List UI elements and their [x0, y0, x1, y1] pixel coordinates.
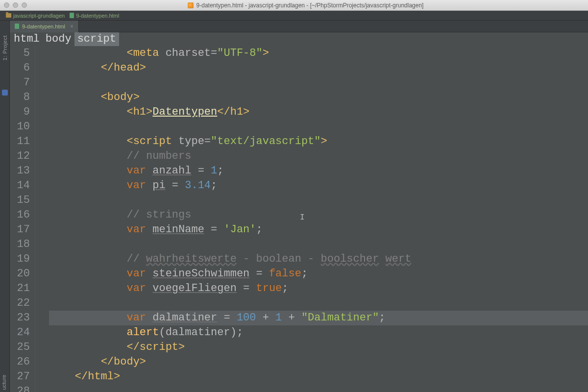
nav-project[interactable]: javascript-grundlagen	[6, 13, 65, 19]
nav-file[interactable]: 9-datentypen.html	[70, 13, 119, 19]
line-number: 20	[10, 267, 30, 281]
traffic-lights	[4, 2, 27, 8]
code-line[interactable]: <script type="text/javascript">	[49, 134, 588, 149]
line-number: 10	[10, 120, 30, 134]
code-content[interactable]: <meta charset="UTF-8"> </head> <body> <h…	[45, 46, 588, 392]
code-line[interactable]	[49, 193, 588, 208]
line-number: 6	[10, 61, 30, 75]
tool-project-label[interactable]: 1: Project	[2, 35, 8, 60]
folder-icon	[6, 13, 11, 18]
code-line[interactable]	[49, 120, 588, 134]
code-line[interactable]: <meta charset="UTF-8">	[49, 46, 588, 61]
nav-project-label: javascript-grundlagen	[13, 13, 65, 19]
line-number-gutter: 5678910111213141516171819202122232425262…	[10, 46, 35, 392]
tool-strip-left: 1: Project	[0, 21, 10, 392]
crumb-html[interactable]: html	[11, 32, 43, 47]
tab-close-icon[interactable]: ×	[70, 23, 74, 30]
code-line[interactable]: </script>	[49, 340, 588, 355]
code-line[interactable]: </head>	[49, 61, 588, 75]
line-number: 11	[10, 134, 30, 149]
line-number: 5	[10, 46, 30, 61]
close-window-icon[interactable]	[4, 2, 9, 8]
code-line[interactable]: // numbers	[49, 149, 588, 164]
line-number: 14	[10, 178, 30, 193]
code-editor[interactable]: 5678910111213141516171819202122232425262…	[10, 46, 588, 392]
line-number: 25	[10, 340, 30, 355]
zoom-window-icon[interactable]	[22, 2, 27, 8]
line-number: 27	[10, 369, 30, 384]
line-number: 7	[10, 75, 30, 90]
line-number: 19	[10, 252, 30, 267]
crumb-script[interactable]: script	[74, 32, 119, 47]
code-line[interactable]: var meinName = 'Jan';	[49, 222, 588, 237]
code-line[interactable]: <body>	[49, 90, 588, 105]
tool-square-icon[interactable]	[2, 90, 8, 96]
code-line[interactable]: // wahrheitswerte - boolean - boolscher …	[49, 252, 588, 267]
minimize-window-icon[interactable]	[13, 2, 18, 8]
tool-structure-label[interactable]: ucture	[0, 373, 10, 392]
code-line[interactable]	[49, 237, 588, 252]
fold-gutter	[35, 46, 45, 392]
code-line[interactable]: alert(dalmatiner);	[49, 325, 588, 340]
line-number: 18	[10, 237, 30, 252]
code-line[interactable]: </body>	[49, 355, 588, 369]
code-line[interactable]	[49, 75, 588, 90]
window-title-text: 9-datentypen.html - javascript-grundlage…	[196, 2, 424, 9]
code-line[interactable]: var anzahl = 1;	[49, 164, 588, 178]
navigation-bar: javascript-grundlagen 9-datentypen.html	[0, 11, 588, 21]
code-line[interactable]: </html>	[49, 369, 588, 384]
code-line[interactable]: <h1>Datentypen</h1>	[49, 105, 588, 120]
line-number: 26	[10, 355, 30, 369]
code-line[interactable]	[49, 296, 588, 311]
file-icon	[15, 24, 19, 29]
code-line[interactable]: var dalmatiner = 100 + 1 + "Dalmatiner";	[49, 311, 588, 325]
tab-file-label: 9-datentypen.html	[22, 24, 65, 29]
code-line[interactable]	[49, 384, 588, 392]
line-number: 16	[10, 208, 30, 222]
line-number: 15	[10, 193, 30, 208]
file-icon	[70, 13, 74, 18]
code-line[interactable]: // strings	[49, 208, 588, 222]
nav-file-label: 9-datentypen.html	[76, 13, 119, 19]
code-line[interactable]: var pi = 3.14;	[49, 178, 588, 193]
line-number: 23	[10, 311, 30, 325]
line-number: 28	[10, 384, 30, 392]
line-number: 8	[10, 90, 30, 105]
window-title: 9-datentypen.html - javascript-grundlage…	[27, 2, 584, 9]
crumb-body[interactable]: body	[43, 32, 74, 47]
line-number: 12	[10, 149, 30, 164]
tab-file[interactable]: 9-datentypen.html ×	[10, 21, 79, 32]
code-line[interactable]: var voegelFliegen = true;	[49, 281, 588, 296]
breadcrumb: html body script	[10, 32, 588, 46]
editor-tabs: 9-datentypen.html ×	[10, 21, 588, 32]
line-number: 21	[10, 281, 30, 296]
line-number: 22	[10, 296, 30, 311]
line-number: 13	[10, 164, 30, 178]
window-titlebar: 9-datentypen.html - javascript-grundlage…	[0, 0, 588, 11]
line-number: 24	[10, 325, 30, 340]
line-number: 17	[10, 222, 30, 237]
app-icon	[188, 2, 194, 8]
code-line[interactable]: var steineSchwimmen = false;	[49, 267, 588, 281]
line-number: 9	[10, 105, 30, 120]
